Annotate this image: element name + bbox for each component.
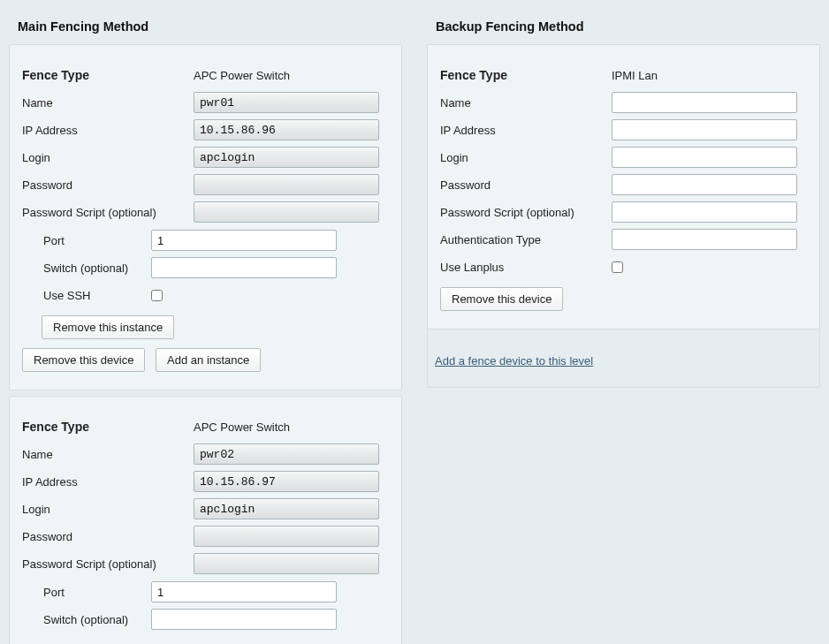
password-label: Password [438,178,612,192]
name-input[interactable] [194,443,379,465]
instance-block: Port Switch (optional) Use SSH Remove th… [42,229,391,339]
main-device-panel-1: Fence Type APC Power Switch Name IP Addr… [9,44,402,390]
remove-device-button[interactable]: Remove this device [22,348,145,372]
remove-device-button[interactable]: Remove this device [440,287,563,311]
pwscript-input[interactable] [612,201,797,223]
fence-type-value: APC Power Switch [194,69,290,82]
password-input[interactable] [612,174,797,195]
ip-input[interactable] [612,119,797,140]
password-input[interactable] [194,526,379,547]
port-input[interactable] [151,581,337,602]
fence-type-label: Fence Type [20,420,194,434]
auth-label: Authentication Type [438,233,612,246]
ip-label: IP Address [438,124,612,137]
name-label: Name [20,448,194,461]
lanplus-label: Use Lanplus [438,261,612,274]
login-input[interactable] [612,147,797,168]
pwscript-label: Password Script (optional) [438,206,612,219]
main-device-panel-2: Fence Type APC Power Switch Name IP Addr… [9,396,402,644]
auth-input[interactable] [612,229,797,250]
ip-input[interactable] [194,119,379,140]
port-label: Port [42,586,151,599]
port-label: Port [42,234,151,247]
pwscript-input[interactable] [194,201,379,223]
switch-label: Switch (optional) [42,613,151,626]
switch-input[interactable] [151,257,337,278]
pwscript-input[interactable] [194,553,379,574]
fence-type-label: Fence Type [438,68,612,82]
add-fence-device-link[interactable]: Add a fence device to this level [435,354,593,367]
backup-device-panel: Fence Type IPMI Lan Name IP Address Logi… [427,44,820,388]
login-label: Login [20,503,194,516]
ip-input[interactable] [194,471,379,492]
lanplus-checkbox[interactable] [612,261,623,273]
login-input[interactable] [194,498,379,519]
name-input[interactable] [194,92,379,113]
name-label: Name [438,96,612,110]
switch-label: Switch (optional) [42,261,151,275]
main-fencing-title: Main Fencing Method [18,19,406,34]
switch-input[interactable] [151,609,337,630]
ip-label: IP Address [20,124,194,137]
ssh-checkbox[interactable] [151,290,163,301]
fence-type-label: Fence Type [20,68,194,82]
add-fence-link-block: Add a fence device to this level [428,329,819,387]
password-input[interactable] [194,174,379,195]
ssh-label: Use SSH [42,289,151,302]
password-label: Password [20,530,194,543]
ip-label: IP Address [20,475,194,489]
fence-type-value: IPMI Lan [612,69,658,82]
login-input[interactable] [194,147,379,168]
add-instance-button[interactable]: Add an instance [156,348,261,372]
password-label: Password [20,178,194,192]
fence-type-value: APC Power Switch [194,420,290,434]
name-input[interactable] [612,92,797,113]
pwscript-label: Password Script (optional) [20,206,194,219]
login-label: Login [20,151,194,164]
name-label: Name [20,96,194,110]
instance-block: Port Switch (optional) [42,580,391,631]
remove-instance-button[interactable]: Remove this instance [42,315,174,339]
backup-fencing-title: Backup Fencing Method [436,19,824,34]
pwscript-label: Password Script (optional) [20,557,194,571]
port-input[interactable] [151,230,337,251]
login-label: Login [438,151,612,164]
